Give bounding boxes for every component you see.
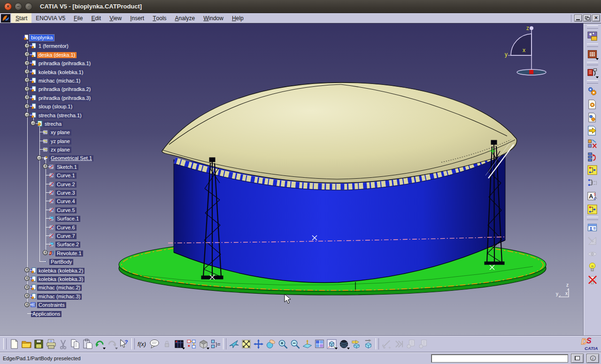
menu-analyze[interactable]: Analyze bbox=[171, 13, 200, 23]
tree-node-label[interactable]: michac (michac.3) bbox=[37, 294, 82, 300]
tree-node-label[interactable]: Curve.7 bbox=[55, 233, 77, 239]
manage-annotations-button[interactable] bbox=[586, 190, 599, 202]
measure-between-button[interactable] bbox=[586, 235, 599, 247]
tree-node-label[interactable]: deska (deska.1) bbox=[37, 52, 77, 58]
mdi-restore-button[interactable] bbox=[583, 15, 591, 22]
light-off-button[interactable] bbox=[586, 274, 599, 286]
tree-node-deska-deska-1[interactable]: +deska (deska.1) bbox=[14, 50, 146, 59]
compass-free-rotation-handle[interactable] bbox=[529, 70, 533, 74]
generate-numbering-button[interactable] bbox=[586, 164, 599, 176]
design-table-button[interactable] bbox=[185, 338, 197, 350]
tree-expander-toggle[interactable]: + bbox=[43, 164, 48, 169]
swap-visible-space-button[interactable] bbox=[362, 338, 374, 350]
manage-representations-button[interactable] bbox=[586, 67, 599, 79]
toolbar-grip[interactable] bbox=[376, 338, 379, 349]
tree-node-label[interactable]: 1 (fermentor) bbox=[37, 43, 70, 49]
tree-expander-toggle[interactable]: + bbox=[24, 61, 30, 66]
tree-node-label[interactable]: Curve.6 bbox=[55, 225, 77, 231]
tree-node-michac-michac-3[interactable]: +michac (michac.3) bbox=[14, 292, 146, 300]
tree-node-surface-1[interactable]: Surface.1 bbox=[14, 214, 146, 222]
tree-node-label[interactable]: Sketch.1 bbox=[55, 164, 78, 170]
redo-button[interactable] bbox=[106, 338, 118, 350]
viewport-3d[interactable]: z y x z y x bbox=[0, 23, 583, 335]
pan-button[interactable] bbox=[252, 338, 264, 350]
compass[interactable]: z y x bbox=[505, 25, 546, 75]
toolbar-grip[interactable] bbox=[587, 80, 598, 83]
menu-enovia-v5[interactable]: ENOVIA V5 bbox=[31, 13, 69, 23]
tree-expander-toggle[interactable]: − bbox=[37, 155, 42, 160]
tree-node-label[interactable]: prihradka (prihradka.1) bbox=[37, 61, 92, 67]
save-document-button[interactable] bbox=[32, 338, 45, 350]
tree-node-label[interactable]: Constraints bbox=[37, 302, 66, 308]
tree-node-surface-2[interactable]: Surface.2 bbox=[14, 240, 146, 248]
normal-view-button[interactable] bbox=[301, 338, 313, 350]
shading-render-style-button[interactable] bbox=[338, 338, 350, 350]
tree-node-michac-michac-2[interactable]: +michac (michac.2) bbox=[14, 283, 146, 291]
tree-expander-toggle[interactable]: + bbox=[24, 69, 30, 74]
menu-insert[interactable]: Insert bbox=[126, 13, 148, 23]
insert-existing-component-button[interactable] bbox=[586, 124, 599, 136]
cut-button[interactable] bbox=[57, 338, 69, 350]
toolbar-grip[interactable] bbox=[587, 25, 598, 29]
formula-button[interactable] bbox=[136, 338, 148, 350]
compass-y-label[interactable]: y bbox=[505, 51, 508, 58]
tree-expander-toggle[interactable]: + bbox=[24, 267, 30, 273]
toolbar-grip[interactable] bbox=[223, 338, 226, 349]
selective-load-button[interactable] bbox=[586, 177, 599, 189]
dropdown-arrow[interactable] bbox=[596, 58, 599, 60]
comment-button[interactable] bbox=[148, 338, 161, 350]
product-structure-tools-button[interactable] bbox=[586, 30, 599, 42]
tree-expander-toggle[interactable]: + bbox=[43, 250, 48, 255]
tree-expander-toggle[interactable]: + bbox=[24, 104, 30, 109]
tree-node-label[interactable]: kolebka (kolebka.1) bbox=[37, 69, 85, 76]
power-input-field[interactable] bbox=[431, 354, 568, 363]
menu-tools[interactable]: Tools bbox=[148, 13, 170, 23]
hide-show-eye-button[interactable] bbox=[586, 248, 599, 260]
tree-expander-toggle[interactable]: + bbox=[24, 293, 30, 298]
toolbar-grip[interactable] bbox=[131, 338, 135, 349]
tree-node-label[interactable]: Curve.1 bbox=[55, 173, 77, 179]
tree-expander-toggle[interactable]: + bbox=[24, 302, 30, 307]
tree-node-kolebka-kolebka-3[interactable]: +kolebka (kolebka.3) bbox=[14, 274, 146, 283]
tree-node-label[interactable]: Surface.2 bbox=[55, 242, 80, 248]
tree-node-curve-5[interactable]: Curve.5 bbox=[14, 205, 146, 214]
tree-node-label[interactable]: Revolute.1 bbox=[55, 250, 83, 257]
part-template-button[interactable] bbox=[586, 98, 599, 110]
assembly-template-button[interactable] bbox=[586, 111, 599, 123]
tree-node-partbody[interactable]: PartBody bbox=[14, 257, 146, 265]
tree-node-label[interactable]: michac (michac.2) bbox=[37, 285, 82, 291]
tree-node-kolebka-kolebka-2[interactable]: +kolebka (kolebka.2) bbox=[14, 266, 146, 274]
tree-node-label[interactable]: michac (michac.1) bbox=[37, 78, 82, 84]
tree-node-curve-6[interactable]: Curve.6 bbox=[14, 223, 146, 231]
tree-expander-toggle[interactable]: + bbox=[24, 52, 30, 57]
menu-file[interactable]: File bbox=[69, 13, 87, 23]
tree-node-xy-plane[interactable]: xy plane bbox=[14, 128, 146, 136]
tree-expander-toggle[interactable]: + bbox=[24, 86, 30, 91]
menu-help[interactable]: Help bbox=[228, 13, 248, 23]
tree-node-revolute-1[interactable]: +Revolute.1 bbox=[14, 249, 146, 257]
zoom-in-button[interactable] bbox=[277, 338, 289, 350]
tree-node-prihradka-prihradka-3[interactable]: +prihradka (prihradka.3) bbox=[14, 93, 146, 102]
dialog-toggle-button[interactable] bbox=[571, 354, 584, 363]
lock-button[interactable] bbox=[161, 338, 173, 350]
tree-node-label[interactable]: kolebka (kolebka.2) bbox=[37, 268, 85, 274]
instantiate-from-document-button[interactable] bbox=[405, 338, 417, 350]
isometric-view-button[interactable] bbox=[325, 338, 338, 350]
tree-node-label[interactable]: Surface.1 bbox=[55, 216, 80, 222]
tree-node-curve-2[interactable]: Curve.2 bbox=[14, 180, 146, 188]
tree-node-sketch-1[interactable]: +Sketch.1 bbox=[14, 162, 146, 171]
tree-node-label[interactable]: yz plane bbox=[49, 138, 71, 144]
more-toolbars-button[interactable] bbox=[393, 338, 405, 350]
tree-node-prihradka-prihradka-2[interactable]: +prihradka (prihradka.2) bbox=[14, 84, 146, 93]
tree-node-curve-4[interactable]: Curve.4 bbox=[14, 197, 146, 205]
measure-button[interactable] bbox=[380, 338, 393, 350]
rotate-button[interactable] bbox=[264, 338, 277, 350]
sessions-info-button[interactable] bbox=[586, 221, 599, 234]
copy-button[interactable] bbox=[69, 338, 81, 350]
tree-node-label[interactable]: prihradka (prihradka.3) bbox=[37, 95, 92, 101]
apply-material-button[interactable] bbox=[586, 48, 599, 61]
toolbar-grip[interactable] bbox=[587, 44, 598, 47]
tree-expander-toggle[interactable]: + bbox=[24, 95, 30, 100]
tree-expander-toggle[interactable]: + bbox=[24, 77, 30, 83]
tree-node-label[interactable]: PartBody bbox=[49, 259, 73, 265]
